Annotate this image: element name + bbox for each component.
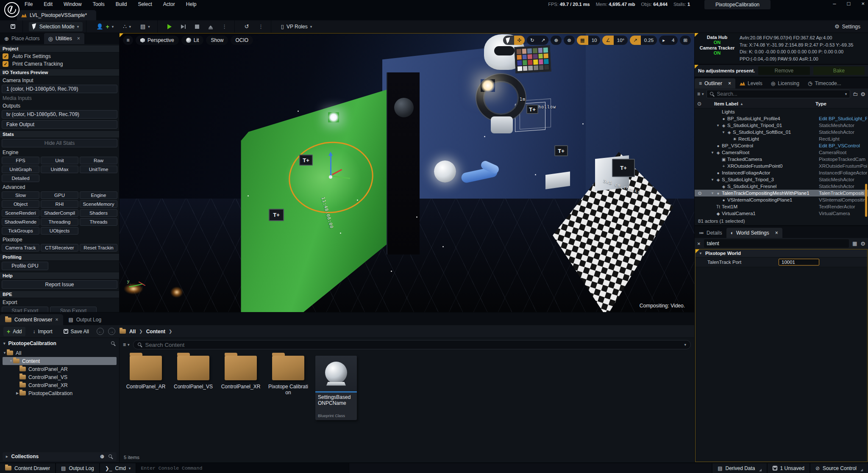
- hide-all-stats-button[interactable]: Hide All Stats: [2, 139, 117, 147]
- outliner-row[interactable]: ● InstancedFoliageActor InstancedFoliage…: [695, 169, 868, 176]
- tab-outliner[interactable]: ≡ Outliner ×: [695, 78, 735, 89]
- menu-item[interactable]: Build: [116, 1, 127, 7]
- search-icon[interactable]: [108, 454, 113, 459]
- outliner-row[interactable]: ◈ S_StudioLight_Fresnel StaticMeshActor: [695, 183, 868, 190]
- visibility-eye-icon[interactable]: ⊙: [695, 191, 705, 196]
- pixotope-world-section[interactable]: ▼ Pixotope World: [696, 249, 867, 257]
- collapse-icon[interactable]: ▾: [3, 341, 6, 346]
- search-content-input[interactable]: [145, 342, 682, 348]
- cinematics-dropdown[interactable]: ▤▾: [136, 22, 154, 31]
- outliner-row[interactable]: ▣ TrackedCamera PixotopeTrackedCam: [695, 156, 868, 163]
- output-log-button[interactable]: ▤ Output Log: [56, 463, 99, 473]
- stat-toggle-button[interactable]: FPS: [2, 157, 39, 164]
- actor-type[interactable]: StaticMeshActor: [819, 123, 867, 128]
- outliner-settings-icon[interactable]: ⚙: [860, 91, 865, 97]
- stat-toggle-button[interactable]: UnitGraph: [2, 166, 39, 173]
- close-tab-icon[interactable]: ×: [55, 317, 58, 323]
- show-dropdown[interactable]: Show: [206, 36, 228, 45]
- stat-toggle-button[interactable]: Threading: [41, 218, 78, 226]
- expand-arrow[interactable]: ▶: [15, 391, 19, 395]
- editor-settings-dropdown[interactable]: ⚙ Settings: [835, 23, 865, 30]
- stat-toggle-button[interactable]: Reset Trackin: [80, 244, 117, 252]
- stat-toggle-button[interactable]: GPU: [41, 191, 78, 199]
- outliner-row[interactable]: ● BP_StudioLight_Profile4 Edit BP_Studio…: [695, 115, 868, 122]
- folder-tree-row[interactable]: ControlPanel_AR: [3, 365, 117, 373]
- viewport[interactable]: T+T+T+T+T+ 11:48:08:001mhollow5x5 cm che…: [120, 33, 694, 312]
- grid-snap-toggle[interactable]: ▦: [577, 36, 588, 45]
- skip-button[interactable]: [177, 22, 189, 31]
- stat-toggle-button[interactable]: TickGroups: [2, 227, 39, 235]
- outliner-scrollbar[interactable]: [865, 184, 867, 217]
- outliner-row[interactable]: ▼ ◈ S_StudioLight_Tripod_01 StaticMeshAc…: [695, 122, 868, 129]
- tab-licensing[interactable]: ◎ Licensing: [767, 78, 804, 89]
- actor-type[interactable]: CameraRoot: [819, 150, 867, 155]
- menu-item[interactable]: Window: [64, 1, 82, 7]
- save-button[interactable]: [7, 22, 19, 31]
- stat-toggle-button[interactable]: Threads: [80, 218, 117, 226]
- breadcrumb-content[interactable]: Content: [146, 329, 165, 335]
- stat-toggle-button[interactable]: ShaderCompil: [41, 209, 78, 217]
- world-settings-search-input[interactable]: [707, 241, 846, 246]
- tab-place-actors[interactable]: ⊕ Place Actors: [0, 33, 44, 44]
- stat-toggle-button[interactable]: UnitMax: [41, 166, 78, 173]
- stat-toggle-button[interactable]: Engine: [80, 191, 117, 199]
- camera-input-button[interactable]: 1 (color, HD-1080p50, Rec.709): [2, 85, 117, 93]
- actor-type[interactable]: StaticMeshActor: [819, 184, 867, 189]
- stat-toggle-button[interactable]: UObjects: [41, 227, 78, 235]
- stat-toggle-button[interactable]: UnitTime: [80, 166, 117, 173]
- tab-content-browser[interactable]: Content Browser ×: [0, 314, 63, 325]
- actor-type[interactable]: VSInternalCompositin: [819, 197, 867, 202]
- report-issue-button[interactable]: Report Issue: [2, 280, 117, 289]
- tab-utilities[interactable]: ◎ Utilities ×: [44, 33, 84, 44]
- folder-tile[interactable]: ControlPanel_VS: [173, 356, 214, 396]
- rotate-tool[interactable]: ↻: [527, 36, 538, 45]
- talentrack-port-input[interactable]: [779, 259, 819, 266]
- display-grid-icon[interactable]: ▦: [852, 241, 857, 246]
- breadcrumb-all[interactable]: All: [129, 329, 136, 335]
- platforms-button[interactable]: ↺: [241, 22, 253, 31]
- stat-toggle-button[interactable]: Unit: [41, 157, 78, 164]
- play-button[interactable]: [164, 22, 175, 31]
- filter-button[interactable]: ≡▾: [123, 342, 130, 348]
- rotation-snap-toggle[interactable]: ∠: [602, 36, 613, 45]
- fake-output-button[interactable]: Fake Output: [2, 120, 117, 129]
- level-tab[interactable]: LVL_PixotopeVSSample*: [17, 10, 96, 20]
- stat-toggle-button[interactable]: SceneMemory: [80, 200, 117, 208]
- tab-timecode[interactable]: ◷ Timecode...: [804, 78, 846, 89]
- close-tab-icon[interactable]: ×: [728, 80, 731, 86]
- expand-arrow[interactable]: ▼: [721, 130, 726, 134]
- collapse-icon[interactable]: ▼: [699, 252, 702, 255]
- eye-icon[interactable]: ⊙: [697, 101, 701, 107]
- lit-dropdown[interactable]: Lit: [181, 36, 204, 45]
- derived-data-button[interactable]: ▤ Derived Data: [712, 463, 766, 473]
- search-content-box[interactable]: ▾: [133, 340, 691, 349]
- checkbox-row[interactable]: ✓ Print Camera Tracking: [0, 60, 119, 68]
- scale-tool[interactable]: ↗: [538, 36, 549, 45]
- outliner-row[interactable]: Tt Text1M TextRenderActor: [695, 203, 868, 210]
- output-tv-button[interactable]: tv (color, HD-1080p50, Rec.709): [2, 110, 117, 119]
- restore-button[interactable]: □: [847, 0, 851, 7]
- outliner-row[interactable]: ● VSInternalCompositingPlane1 VSInternal…: [695, 196, 868, 203]
- tab-details[interactable]: ≔ Details: [695, 228, 726, 238]
- select-tool[interactable]: [503, 36, 514, 45]
- stop-button[interactable]: [191, 22, 203, 31]
- actor-type[interactable]: InstancedFoliageActor: [819, 170, 867, 175]
- add-button[interactable]: +Add: [3, 327, 25, 336]
- bake-button[interactable]: Bake: [813, 66, 865, 75]
- actor-type[interactable]: TalenTrackCompositi: [819, 191, 867, 196]
- outliner-row[interactable]: ▼ ◈ CameraRoot CameraRoot: [695, 149, 868, 156]
- type-column[interactable]: Type: [815, 101, 865, 106]
- move-tool[interactable]: ✣: [514, 36, 525, 45]
- clear-search-icon[interactable]: ×: [697, 241, 701, 247]
- actor-type[interactable]: VirtualCamera: [819, 211, 867, 216]
- unreal-logo-icon[interactable]: [4, 2, 19, 17]
- actor-type[interactable]: StaticMeshActor: [819, 130, 867, 135]
- checkbox-row[interactable]: ✓ Auto Fix Settings: [0, 53, 119, 60]
- console-command-input[interactable]: [141, 465, 344, 471]
- close-button[interactable]: ×: [861, 0, 865, 7]
- outliner-row[interactable]: ⊙ ▼ ● TalenTrackCompositingMeshWithPlane…: [695, 190, 868, 196]
- expand-arrow[interactable]: ▼: [716, 124, 720, 127]
- start-export-button[interactable]: Start Export: [2, 307, 48, 312]
- stat-toggle-button[interactable]: ShadowRende: [2, 218, 39, 226]
- create-folder-icon[interactable]: 🗀: [853, 91, 858, 97]
